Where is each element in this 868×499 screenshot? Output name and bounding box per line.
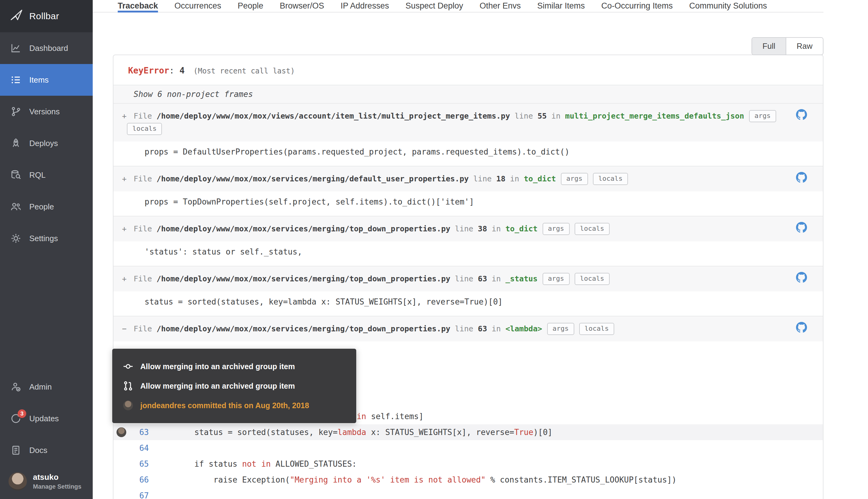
tab-similar-items[interactable]: Similar Items <box>538 0 585 12</box>
code-gutter <box>113 427 129 437</box>
stack-frame-header: +File /home/deploy/www/mox/mox/services/… <box>113 166 823 192</box>
tab-browser-os[interactable]: Browser/OS <box>280 0 324 12</box>
github-icon[interactable] <box>796 322 807 333</box>
github-icon[interactable] <box>796 172 807 183</box>
frame-toggle-button[interactable]: + <box>122 172 134 185</box>
pill-locals[interactable]: locals <box>575 273 610 285</box>
pill-args[interactable]: args <box>749 110 776 122</box>
frame-code-line: 'status': status or self._status, <box>113 241 823 266</box>
view-toggle: FullRaw <box>751 37 823 55</box>
updates-icon: 3 <box>10 412 22 425</box>
frame-line-label: line <box>450 274 478 283</box>
user-name: atsuko <box>33 473 82 482</box>
view-toggle-full[interactable]: Full <box>752 38 786 54</box>
user-row[interactable]: atsuko Manage Settings <box>0 466 93 499</box>
frame-line-label: line <box>450 224 478 233</box>
code-row: 64 <box>113 440 823 456</box>
code-text: status = sorted(statuses, key=lambda x: … <box>149 428 552 437</box>
sidebar-item-label: Settings <box>29 234 58 243</box>
tab-traceback[interactable]: Traceback <box>118 0 158 12</box>
user-avatar <box>9 472 27 490</box>
frame-function-name: _status <box>505 274 538 283</box>
frame-line-label: line <box>510 112 538 120</box>
tab-community-solutions[interactable]: Community Solutions <box>689 0 767 12</box>
sidebar-item-admin[interactable]: Admin <box>0 371 93 403</box>
blame-avatar[interactable] <box>117 427 126 437</box>
tooltip-text: Allow merging into an archived group ite… <box>140 382 295 390</box>
tab-suspect-deploy[interactable]: Suspect Deploy <box>405 0 463 12</box>
error-value: 4 <box>180 65 185 76</box>
commit-author-row[interactable]: jondeandres committed this on Aug 20th, … <box>123 401 345 410</box>
sidebar-item-label: Admin <box>29 382 52 392</box>
frame-file-path: /home/deploy/www/mox/mox/services/mergin… <box>156 324 450 333</box>
frame-in-label: in <box>487 224 505 233</box>
sidebar-item-label: People <box>29 202 54 211</box>
pill-locals[interactable]: locals <box>593 173 628 185</box>
settings-icon <box>10 232 22 244</box>
code-text: if status not in ALLOWED_STATUSES: <box>149 459 357 468</box>
view-toggle-raw[interactable]: Raw <box>786 38 823 54</box>
deploys-icon <box>10 137 22 149</box>
frame-file-label: File <box>134 174 156 183</box>
pill-args[interactable]: args <box>543 273 570 285</box>
code-row: 66 raise Exception("Merging into a '%s' … <box>113 472 823 488</box>
brand[interactable]: Rollbar <box>0 0 93 32</box>
sidebar-item-updates[interactable]: 3Updates <box>0 403 93 434</box>
sidebar-item-items[interactable]: Items <box>0 64 93 96</box>
brand-name: Rollbar <box>29 11 59 21</box>
sidebar-item-dashboard[interactable]: Dashboard <box>0 32 93 64</box>
sidebar-item-label: Versions <box>29 107 60 117</box>
frame-in-label: in <box>505 174 524 183</box>
pill-locals[interactable]: locals <box>127 123 162 135</box>
frame-function-name: multi_project_merge_items_defaults_json <box>565 112 744 120</box>
frame-toggle-button[interactable]: + <box>122 110 134 123</box>
frame-toggle-button[interactable]: + <box>122 222 134 235</box>
frame-in-label: in <box>487 274 505 283</box>
frame-file-label: File <box>134 112 156 120</box>
pill-args[interactable]: args <box>547 323 574 335</box>
frame-file-path: /home/deploy/www/mox/mox/services/mergin… <box>156 224 450 233</box>
sidebar-item-docs[interactable]: Docs <box>0 434 93 466</box>
frame-toggle-button[interactable]: − <box>122 322 134 335</box>
show-frames-row[interactable]: Show 6 non-project frames <box>113 85 823 103</box>
line-number: 63 <box>129 428 149 437</box>
rql-icon <box>10 169 22 181</box>
stack-frame-header: +File /home/deploy/www/mox/mox/views/acc… <box>113 103 823 142</box>
frame-toggle-button[interactable]: + <box>122 272 134 285</box>
frame-file-label: File <box>134 274 156 283</box>
error-type: KeyError <box>128 65 169 76</box>
frame-function-name: to_dict <box>505 224 538 233</box>
sidebar-item-label: RQL <box>29 170 46 180</box>
commit-message-row: Allow merging into an archived group ite… <box>123 362 345 371</box>
line-number: 64 <box>129 443 149 453</box>
pill-locals[interactable]: locals <box>575 223 610 235</box>
frame-in-label: in <box>547 112 565 120</box>
sidebar-item-deploys[interactable]: Deploys <box>0 127 93 159</box>
tab-other-envs[interactable]: Other Envs <box>480 0 521 12</box>
tab-ip-addresses[interactable]: IP Addresses <box>341 0 389 12</box>
frame-code-line: props = DefaultUserProperties(params.req… <box>113 142 823 166</box>
frame-function-name: <lambda> <box>505 324 542 333</box>
sidebar-item-versions[interactable]: Versions <box>0 96 93 127</box>
sidebar-item-people[interactable]: People <box>0 191 93 222</box>
github-icon[interactable] <box>796 109 807 120</box>
github-icon[interactable] <box>796 222 807 233</box>
pill-locals[interactable]: locals <box>579 323 614 335</box>
sidebar-item-rql[interactable]: RQL <box>0 159 93 191</box>
frame-function-name: to_dict <box>524 174 556 183</box>
tab-occurrences[interactable]: Occurrences <box>174 0 221 12</box>
updates-badge: 3 <box>18 410 26 418</box>
dashboard-icon <box>10 42 22 54</box>
sidebar-item-settings[interactable]: Settings <box>0 222 93 254</box>
frame-file-path: /home/deploy/www/mox/mox/services/mergin… <box>156 274 450 283</box>
code-row: 63 status = sorted(statuses, key=lambda … <box>113 424 823 440</box>
frame-line-number: 18 <box>496 174 505 183</box>
rollbar-logo-icon <box>10 8 23 24</box>
tab-people[interactable]: People <box>238 0 263 12</box>
manage-settings-link[interactable]: Manage Settings <box>33 483 82 490</box>
github-icon[interactable] <box>796 272 807 283</box>
sidebar-item-label: Dashboard <box>29 44 68 53</box>
tab-co-occurring-items[interactable]: Co-Occurring Items <box>601 0 673 12</box>
pill-args[interactable]: args <box>561 173 588 185</box>
pill-args[interactable]: args <box>543 223 570 235</box>
